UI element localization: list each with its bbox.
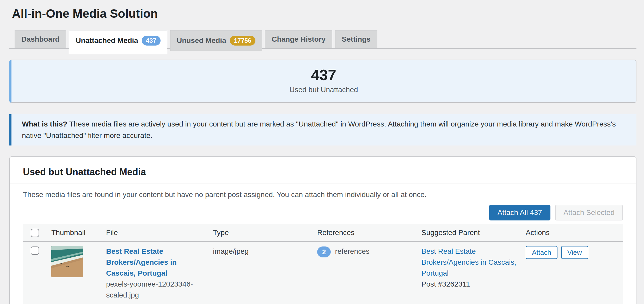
- references-label: references: [335, 246, 369, 257]
- tab-unused-media[interactable]: Unused Media 17756: [170, 30, 262, 51]
- card-description: These media files are found in your cont…: [10, 183, 636, 199]
- suggested-parent-post-id: Post #3262311: [421, 279, 518, 290]
- tab-label: Unused Media: [177, 37, 226, 44]
- bulk-actions-bar: Attach All 437 Attach Selected: [10, 199, 636, 224]
- media-thumbnail: [51, 246, 83, 277]
- notice-lead: What is this?: [22, 120, 67, 128]
- column-header-suggested-parent: Suggested Parent: [418, 224, 522, 242]
- stat-count: 437: [11, 67, 636, 83]
- file-title-link[interactable]: Best Real Estate Brokers/Agencies in Cas…: [106, 247, 177, 277]
- media-table: Thumbnail File Type References Suggested…: [23, 224, 623, 304]
- page-title: All-in-One Media Solution: [9, 0, 636, 20]
- page-wrap: All-in-One Media Solution Dashboard Unat…: [0, 0, 644, 304]
- column-header-references: References: [313, 224, 418, 242]
- beach-photo-image: [51, 246, 83, 277]
- row-checkbox[interactable]: [31, 246, 39, 255]
- column-header-file: File: [102, 224, 209, 242]
- stat-label: Used but Unattached: [11, 86, 636, 93]
- tab-change-history[interactable]: Change History: [265, 30, 332, 48]
- tab-unattached-media[interactable]: Unattached Media 437: [69, 30, 167, 54]
- column-header-type: Type: [209, 224, 313, 242]
- column-header-actions: Actions: [522, 224, 623, 242]
- tab-settings[interactable]: Settings: [335, 30, 377, 48]
- tab-dashboard[interactable]: Dashboard: [15, 30, 66, 48]
- attach-button[interactable]: Attach: [526, 246, 557, 259]
- tab-label: Dashboard: [21, 36, 59, 43]
- select-all-checkbox[interactable]: [31, 229, 39, 237]
- stats-box: 437 Used but Unattached: [9, 60, 636, 103]
- unattached-count-badge: 437: [142, 36, 161, 46]
- references-count-badge: 2: [317, 246, 331, 257]
- attach-selected-button[interactable]: Attach Selected: [555, 205, 623, 220]
- table-header-row: Thumbnail File Type References Suggested…: [23, 224, 623, 242]
- info-notice: What is this? These media files are acti…: [9, 114, 636, 145]
- view-button[interactable]: View: [561, 246, 588, 259]
- unused-count-badge: 17756: [230, 36, 256, 46]
- mime-type: image/jpeg: [209, 242, 313, 304]
- attach-all-button[interactable]: Attach All 437: [489, 205, 550, 220]
- card-heading: Used but Unattached Media: [10, 157, 636, 183]
- tab-bar: Dashboard Unattached Media 437 Unused Me…: [9, 30, 636, 49]
- notice-body: These media files are actively used in y…: [22, 120, 616, 140]
- tab-label: Settings: [342, 36, 370, 43]
- column-header-thumbnail: Thumbnail: [47, 224, 102, 242]
- unattached-media-card: Used but Unattached Media These media fi…: [9, 156, 636, 304]
- table-row: Best Real Estate Brokers/Agencies in Cas…: [23, 242, 623, 304]
- tab-label: Unattached Media: [76, 37, 138, 44]
- tab-label: Change History: [272, 36, 326, 43]
- file-name: pexels-yoomee-12023346-scaled.jpg: [106, 279, 205, 301]
- suggested-parent-link[interactable]: Best Real Estate Brokers/Agencies in Cas…: [421, 247, 516, 277]
